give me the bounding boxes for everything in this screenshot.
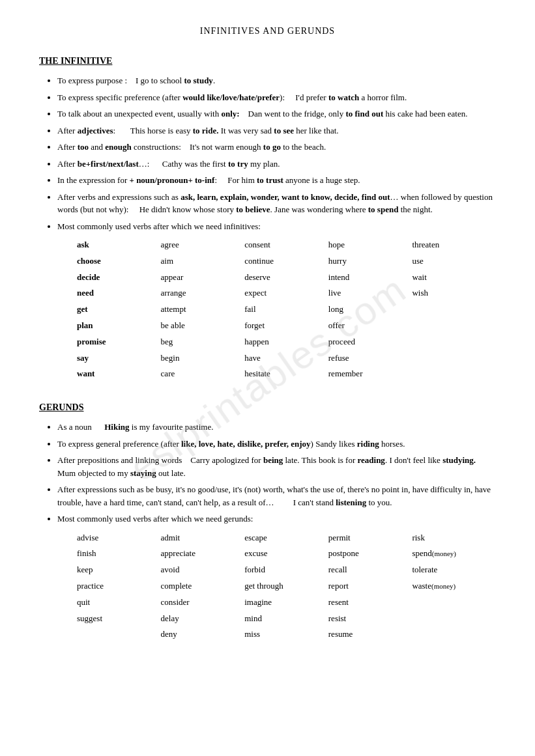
table-row: practice complete get through report was… (77, 579, 495, 594)
table-cell (412, 318, 495, 333)
table-cell: recall (328, 563, 411, 578)
list-item: After prepositions and linking words Car… (57, 454, 496, 479)
table-cell (412, 367, 495, 382)
table-row: decide appear deserve intend wait (77, 270, 495, 285)
table-cell: hope (328, 238, 411, 253)
table-cell: hesitate (244, 367, 327, 382)
table-cell: say (77, 351, 160, 366)
table-row: need arrange expect live wish (77, 286, 495, 301)
bullet-text: As a noun Hiking is my favourite pastime… (57, 422, 213, 432)
table-cell (412, 351, 495, 366)
table-cell: permit (328, 531, 411, 546)
list-item: To express specific preference (after wo… (57, 91, 496, 104)
table-cell: happen (244, 335, 327, 350)
table-cell: quit (77, 595, 160, 610)
table-cell: live (328, 286, 411, 301)
table-row: want care hesitate remember (77, 367, 495, 382)
table-cell: appreciate (161, 546, 244, 561)
infinitive-verbs-table: ask agree consent hope threaten choose a… (76, 236, 496, 383)
table-cell: complete (161, 579, 244, 594)
table-cell: waste(money) (412, 579, 495, 594)
list-item: Most commonly used verbs after which we … (57, 512, 496, 643)
table-cell: mind (244, 611, 327, 626)
list-item: To express general preference (after lik… (57, 438, 496, 451)
table-cell (412, 627, 495, 642)
table-cell: imagine (244, 595, 327, 610)
table-cell: long (328, 302, 411, 317)
table-cell: consider (161, 595, 244, 610)
table-cell: begin (161, 351, 244, 366)
list-item: To express purpose : I go to school to s… (57, 74, 496, 87)
table-cell: want (77, 367, 160, 382)
table-cell: deny (161, 627, 244, 642)
table-cell: consent (244, 238, 327, 253)
table-row: advise admit escape permit risk (77, 531, 495, 546)
table-cell: delay (161, 611, 244, 626)
table-cell: appear (161, 270, 244, 285)
table-cell: ask (77, 238, 160, 253)
table-cell: have (244, 351, 327, 366)
table-cell: wish (412, 286, 495, 301)
table-cell: avoid (161, 563, 244, 578)
table-row: plan be able forget offer (77, 318, 495, 333)
table-cell: miss (244, 627, 327, 642)
table-cell (412, 302, 495, 317)
table-cell: agree (161, 238, 244, 253)
table-cell: get (77, 302, 160, 317)
table-cell: risk (412, 531, 495, 546)
table-cell: resist (328, 611, 411, 626)
list-item: In the expression for + noun/pronoun+ to… (57, 174, 496, 187)
table-cell: escape (244, 531, 327, 546)
bullet-text: To express general preference (after lik… (57, 439, 405, 449)
list-item: As a noun Hiking is my favourite pastime… (57, 421, 496, 434)
bullet-text: In the expression for + noun/pronoun+ to… (57, 175, 360, 185)
bullet-text: After be+first/next/last…: Cathy was the… (57, 159, 280, 169)
table-row: promise beg happen proceed (77, 335, 495, 350)
table-cell: remember (328, 367, 411, 382)
table-cell: resent (328, 595, 411, 610)
table-cell: decide (77, 270, 160, 285)
table-cell: attempt (161, 302, 244, 317)
table-cell: be able (161, 318, 244, 333)
table-cell: proceed (328, 335, 411, 350)
table-cell: practice (77, 579, 160, 594)
table-cell: wait (412, 270, 495, 285)
table-row: say begin have refuse (77, 351, 495, 366)
gerunds-verbs-table: advise admit escape permit risk finish a… (76, 529, 496, 644)
table-row: finish appreciate excuse postpone spend(… (77, 546, 495, 561)
bullet-text: Most commonly used verbs after which we … (57, 221, 261, 231)
table-cell: arrange (161, 286, 244, 301)
table-cell: spend(money) (412, 546, 495, 561)
table-cell: deserve (244, 270, 327, 285)
table-cell: admit (161, 531, 244, 546)
table-cell: excuse (244, 546, 327, 561)
table-cell: use (412, 254, 495, 269)
table-cell: continue (244, 254, 327, 269)
table-cell: postpone (328, 546, 411, 561)
bullet-text: After expressions such as be busy, it's … (57, 484, 491, 507)
table-cell: finish (77, 546, 160, 561)
table-cell (412, 611, 495, 626)
table-cell: offer (328, 318, 411, 333)
list-item: After expressions such as be busy, it's … (57, 483, 496, 509)
table-cell: beg (161, 335, 244, 350)
table-cell (412, 335, 495, 350)
table-cell: get through (244, 579, 327, 594)
list-item: After adjectives: This horse is easy to … (57, 124, 496, 137)
bullet-text: To express purpose : I go to school to s… (57, 76, 215, 85)
bullet-text: To express specific preference (after wo… (57, 92, 407, 102)
table-cell: hurry (328, 254, 411, 269)
table-row: keep avoid forbid recall tolerate (77, 563, 495, 578)
table-cell: advise (77, 531, 160, 546)
table-row: get attempt fail long (77, 302, 495, 317)
list-item: After verbs and expressions such as ask,… (57, 191, 496, 216)
infinitive-section-title: THE INFINITIVE (39, 56, 496, 66)
table-cell: forget (244, 318, 327, 333)
table-cell: tolerate (412, 563, 495, 578)
table-cell: fail (244, 302, 327, 317)
table-cell: plan (77, 318, 160, 333)
bullet-text: Most commonly used verbs after which we … (57, 514, 253, 524)
bullet-text: To talk about an unexpected event, usual… (57, 109, 467, 119)
table-cell: suggest (77, 611, 160, 626)
table-cell (77, 627, 160, 642)
